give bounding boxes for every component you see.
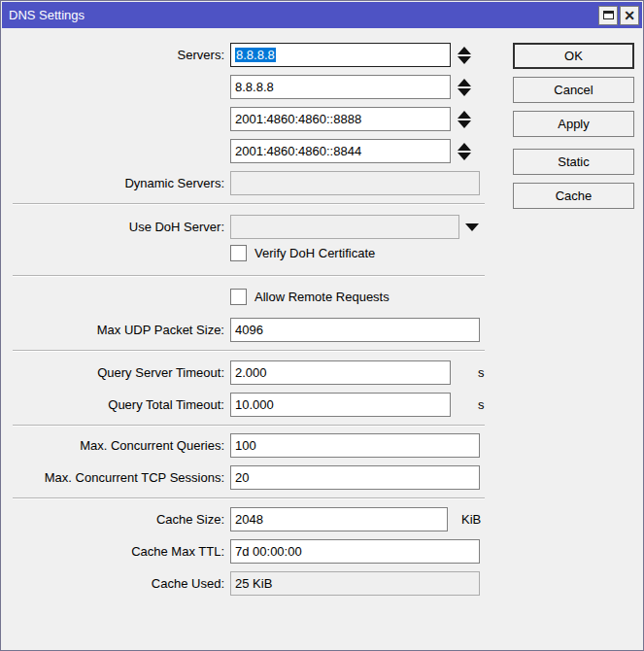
max-concurrent-queries-label: Max. Concurrent Queries: <box>1 438 230 453</box>
arrow-down-icon[interactable] <box>458 88 471 96</box>
cache-max-ttl-label: Cache Max TTL: <box>1 544 230 559</box>
arrow-up-icon[interactable] <box>458 47 471 54</box>
ok-button[interactable]: OK <box>513 43 634 69</box>
close-icon: ✕ <box>624 9 635 22</box>
server-input-3[interactable] <box>230 139 451 163</box>
static-button[interactable]: Static <box>513 149 634 175</box>
query-server-timeout-row: Query Server Timeout: s <box>1 360 643 385</box>
dynamic-servers-field <box>230 171 480 195</box>
server-3-reorder-control[interactable] <box>458 143 471 160</box>
server-1-reorder-control[interactable] <box>458 79 471 96</box>
cache-size-field[interactable] <box>230 507 448 531</box>
max-udp-packet-size-field[interactable] <box>230 318 480 342</box>
max-concurrent-tcp-sessions-label: Max. Concurrent TCP Sessions: <box>1 470 230 485</box>
server-input-0[interactable]: 8.8.8.8 <box>230 43 451 67</box>
max-concurrent-tcp-sessions-field[interactable] <box>230 465 480 490</box>
max-concurrent-queries-row: Max. Concurrent Queries: <box>1 433 643 458</box>
verify-doh-certificate-checkbox[interactable] <box>230 245 247 261</box>
server-0-reorder-control[interactable] <box>458 47 471 64</box>
arrow-up-icon[interactable] <box>458 143 471 151</box>
cache-size-label: Cache Size: <box>1 512 230 527</box>
allow-remote-requests-checkbox[interactable] <box>230 289 247 305</box>
window-title: DNS Settings <box>9 8 596 22</box>
max-udp-packet-size-row: Max UDP Packet Size: <box>1 318 643 342</box>
arrow-up-icon[interactable] <box>458 111 471 119</box>
max-concurrent-queries-field[interactable] <box>230 433 480 458</box>
server-2-reorder-control[interactable] <box>458 111 471 128</box>
query-total-timeout-row: Query Total Timeout: s <box>1 393 643 417</box>
separator <box>13 425 485 427</box>
maximize-button[interactable] <box>598 6 618 25</box>
use-doh-server-field <box>230 215 459 239</box>
separator <box>13 350 485 352</box>
arrow-down-icon[interactable] <box>458 120 471 128</box>
button-column: OK Cancel Apply Static Cache <box>513 43 634 217</box>
title-bar[interactable]: DNS Settings ✕ <box>2 2 642 28</box>
separator <box>13 497 485 499</box>
query-total-timeout-field[interactable] <box>230 393 451 417</box>
close-button[interactable]: ✕ <box>620 6 639 25</box>
dynamic-servers-label: Dynamic Servers: <box>1 176 230 190</box>
arrow-up-icon[interactable] <box>458 79 471 86</box>
max-concurrent-tcp-sessions-row: Max. Concurrent TCP Sessions: <box>1 465 643 490</box>
cache-button[interactable]: Cache <box>513 183 634 209</box>
verify-doh-certificate-label: Verify DoH Certificate <box>254 246 375 260</box>
cache-used-row: Cache Used: <box>1 571 643 596</box>
servers-label: Servers: <box>1 48 230 62</box>
allow-remote-requests-row: Allow Remote Requests <box>1 287 643 306</box>
server-input-0-selected-text: 8.8.8.8 <box>235 48 276 62</box>
cache-size-row: Cache Size: KiB <box>1 507 643 531</box>
cache-used-label: Cache Used: <box>1 576 230 591</box>
use-doh-server-row: Use DoH Server: <box>1 215 643 239</box>
allow-remote-requests-label: Allow Remote Requests <box>254 290 390 304</box>
query-total-timeout-label: Query Total Timeout: <box>1 397 230 412</box>
chevron-down-icon[interactable] <box>465 223 479 231</box>
max-udp-packet-size-label: Max UDP Packet Size: <box>1 323 230 337</box>
unit-label: s <box>478 397 485 412</box>
cache-used-field <box>230 571 480 596</box>
maximize-icon <box>603 11 614 19</box>
verify-doh-certificate-row: Verify DoH Certificate <box>1 243 643 262</box>
server-input-2[interactable] <box>230 107 451 131</box>
dns-settings-window: DNS Settings ✕ Servers: 8.8.8.8 <box>0 0 644 651</box>
separator <box>13 275 485 277</box>
separator <box>13 203 485 205</box>
cache-max-ttl-row: Cache Max TTL: <box>1 539 643 564</box>
cache-max-ttl-field[interactable] <box>230 539 480 564</box>
query-server-timeout-field[interactable] <box>230 360 451 385</box>
use-doh-server-label: Use DoH Server: <box>1 220 230 234</box>
cancel-button[interactable]: Cancel <box>513 77 634 103</box>
arrow-down-icon[interactable] <box>458 153 471 160</box>
query-server-timeout-label: Query Server Timeout: <box>1 365 230 380</box>
arrow-down-icon[interactable] <box>458 56 471 64</box>
unit-label: KiB <box>461 512 481 527</box>
server-input-1[interactable] <box>230 75 451 99</box>
unit-label: s <box>478 365 485 380</box>
apply-button[interactable]: Apply <box>513 111 634 137</box>
